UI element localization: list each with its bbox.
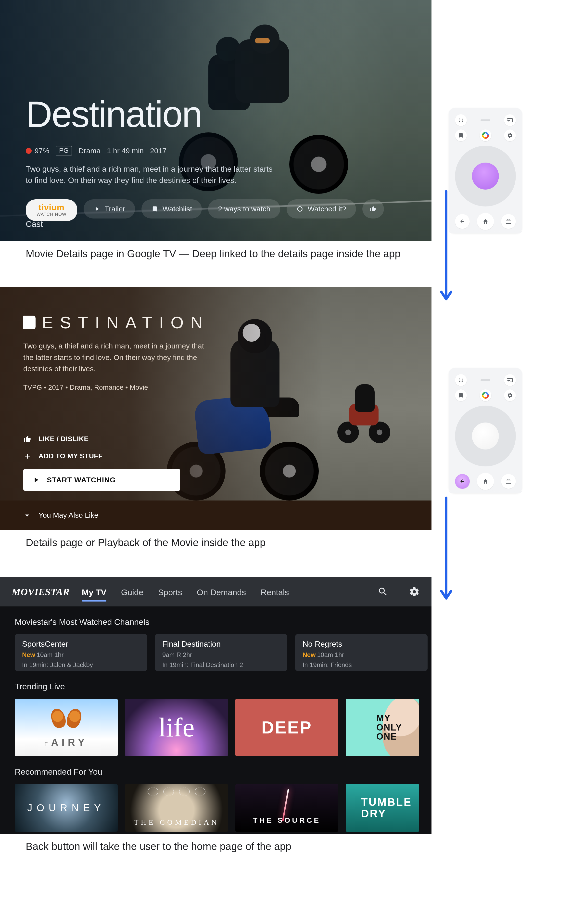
more-button[interactable]: [362, 200, 384, 218]
trending-tile-fairy[interactable]: FAIRY: [15, 699, 118, 756]
tile-label: MY ONLY ONE: [376, 714, 402, 741]
bookmark-icon: [458, 132, 464, 138]
remote-input-button[interactable]: [504, 114, 516, 126]
trending-tile-deep[interactable]: DEEP: [236, 699, 338, 756]
circle-icon: [296, 206, 303, 212]
search-icon[interactable]: [377, 586, 388, 597]
gear-icon: [507, 393, 513, 398]
gear-icon[interactable]: [409, 586, 420, 597]
flow-arrow-2: [439, 495, 454, 603]
section-recommended: Recommended For You: [0, 756, 431, 784]
chevron-down-icon: [23, 511, 31, 519]
rec-tile-source[interactable]: THE SOURCE: [236, 784, 338, 832]
title-initial-block: [23, 315, 36, 329]
nav-tab-on-demands[interactable]: On Demands: [197, 578, 246, 606]
rec-tile-comedian[interactable]: THE COMEDIAN: [125, 784, 228, 832]
tile-label: THE SOURCE: [253, 816, 321, 825]
app-movie-description: Two guys, a thief and a rich man, meet i…: [23, 340, 212, 375]
tomato-pct: 97%: [35, 147, 49, 155]
rating-chip: PG: [56, 146, 72, 155]
app-movie-title: ESTINATION: [23, 313, 212, 332]
channel-title: No Regrets: [303, 640, 420, 648]
remote-tv-button[interactable]: [501, 214, 516, 229]
laurel-icons: [148, 787, 206, 796]
channel-card[interactable]: Final Destination9am R 2hrIn 19min: Fina…: [155, 634, 287, 671]
remote-power-button[interactable]: [455, 374, 467, 386]
watched-it-button[interactable]: Watched it?: [287, 200, 356, 218]
gear-icon: [507, 132, 513, 138]
remote-back-button-highlighted[interactable]: [455, 474, 470, 489]
start-watching-button[interactable]: START WATCHING: [23, 469, 180, 491]
tile-label: TUMBLE DRY: [361, 797, 412, 819]
remote-assistant-button[interactable]: [479, 389, 491, 401]
remote-assistant-button[interactable]: [479, 129, 491, 141]
remote-settings-button[interactable]: [504, 129, 516, 141]
remote-control-1: [449, 108, 522, 233]
you-may-also-like-row[interactable]: You May Also Like: [0, 500, 431, 530]
thumb-up-icon: [23, 435, 31, 443]
tile-label: JOURNEY: [27, 802, 105, 813]
play-icon: [32, 476, 40, 484]
channel-next: In 19min: Jalen & Jackby: [22, 661, 140, 669]
remote-dpad[interactable]: [455, 146, 516, 206]
remote-home-button[interactable]: [477, 473, 494, 490]
remote-tv-button[interactable]: [501, 474, 516, 489]
trailer-button[interactable]: Trailer: [84, 200, 135, 218]
app-details-screen: ESTINATION Two guys, a thief and a rich …: [0, 287, 431, 530]
nav-tab-my-tv[interactable]: My TV: [82, 578, 106, 606]
remote-back-button[interactable]: [455, 214, 470, 229]
tile-label: life: [159, 712, 195, 743]
watched-label: Watched it?: [308, 205, 346, 213]
provider-brand: tivium: [38, 203, 64, 211]
caption-2: Details page or Playback of the Movie in…: [0, 530, 583, 549]
trending-tile-life[interactable]: life: [125, 699, 228, 756]
back-icon: [459, 478, 465, 484]
nav-tab-rentals[interactable]: Rentals: [260, 578, 289, 606]
remote-select-button[interactable]: [472, 163, 499, 190]
watch-now-button[interactable]: tivium WATCH NOW: [26, 200, 77, 221]
remote-home-button[interactable]: [477, 213, 494, 230]
watchlist-button[interactable]: Watchlist: [142, 200, 202, 218]
channel-title: Final Destination: [162, 640, 280, 648]
channel-card[interactable]: SportsCenterNew10am 1hrIn 19min: Jalen &…: [15, 634, 147, 671]
ways-to-watch-button[interactable]: 2 ways to watch: [208, 200, 280, 218]
add-label: ADD TO MY STUFF: [38, 452, 103, 460]
watchlist-label: Watchlist: [163, 205, 192, 213]
movie-metadata: 97% PG Drama 1 hr 49 min 2017: [26, 146, 417, 155]
home-icon: [483, 478, 488, 484]
remote-power-button[interactable]: [455, 114, 467, 126]
watch-now-label: WATCH NOW: [36, 212, 66, 217]
nav-tab-guide[interactable]: Guide: [121, 578, 143, 606]
remote-control-2: [449, 368, 522, 493]
add-to-stuff-button[interactable]: ADD TO MY STUFF: [23, 452, 180, 460]
remote-select-button[interactable]: [472, 422, 499, 449]
rec-tile-journey[interactable]: JOURNEY: [15, 784, 118, 832]
trending-tile-only-one[interactable]: MY ONLY ONE: [346, 699, 419, 756]
remote-bookmark-button[interactable]: [455, 129, 467, 141]
input-icon: [507, 377, 513, 383]
play-icon: [94, 206, 100, 212]
like-dislike-button[interactable]: LIKE / DISLIKE: [23, 435, 180, 443]
movie-title: Destination: [26, 93, 417, 135]
tomato-score: 97%: [26, 147, 49, 155]
like-label: LIKE / DISLIKE: [38, 435, 89, 443]
remote-bookmark-button[interactable]: [455, 389, 467, 401]
channel-card[interactable]: No RegretsNew10am 1hrIn 19min: Friends: [295, 634, 428, 671]
bookmark-icon: [458, 393, 464, 398]
channel-time: 9am R 2hr: [162, 651, 280, 659]
tile-label: DEEP: [262, 718, 312, 738]
svg-point-0: [298, 206, 302, 211]
rec-tile-tumble[interactable]: TUMBLE DRY: [346, 784, 419, 832]
back-icon: [459, 218, 465, 224]
remote-notch: [481, 380, 490, 381]
remote-settings-button[interactable]: [504, 389, 516, 401]
home-icon: [483, 218, 488, 224]
remote-dpad[interactable]: [455, 406, 516, 467]
google-tv-details-screen: Destination 97% PG Drama 1 hr 49 min 201…: [0, 0, 431, 241]
app-home-screen: MOVIESTAR My TVGuideSportsOn DemandsRent…: [0, 577, 431, 834]
nav-tab-sports[interactable]: Sports: [158, 578, 182, 606]
ymal-label: You May Also Like: [38, 511, 98, 520]
movie-description: Two guys, a thief and a rich man, meet i…: [26, 163, 276, 186]
remote-input-button[interactable]: [504, 374, 516, 386]
input-icon: [507, 117, 513, 123]
